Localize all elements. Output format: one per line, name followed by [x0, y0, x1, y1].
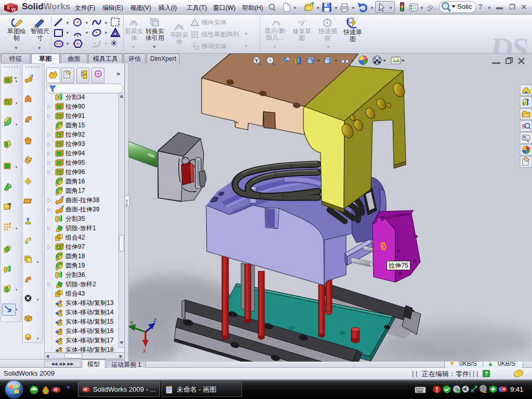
svg-text:实体-移动/复制17: 实体-移动/复制17: [65, 337, 114, 344]
svg-text:▾: ▾: [37, 260, 39, 264]
svg-text:▾: ▾: [16, 288, 18, 291]
svg-text:拉伸96: 拉伸96: [65, 168, 85, 176]
svg-text:拉伸97: 拉伸97: [65, 243, 85, 250]
svg-text:▾: ▾: [16, 79, 18, 83]
svg-text:▾: ▾: [16, 101, 18, 105]
svg-text:W: W: [11, 7, 16, 12]
svg-text:拉伸94: 拉伸94: [65, 150, 85, 157]
svg-text:▾: ▾: [16, 123, 18, 126]
svg-text:圆角19: 圆角19: [65, 262, 85, 269]
svg-text:SW: SW: [54, 389, 58, 392]
svg-text:拉伸92: 拉伸92: [65, 131, 85, 138]
svg-text:曲面-拉伸38: 曲面-拉伸38: [65, 196, 100, 204]
svg-text:切除-放样1: 切除-放样1: [65, 224, 96, 232]
svg-text:Z: Z: [153, 317, 157, 324]
svg-text:X: X: [143, 348, 147, 354]
svg-text:拉伸93: 拉伸93: [65, 140, 85, 148]
svg-text:组合42: 组合42: [65, 234, 85, 241]
svg-text:S: S: [7, 5, 10, 10]
svg-text:曲面-拉伸39: 曲面-拉伸39: [65, 206, 100, 213]
svg-text:+/: +/: [297, 19, 302, 25]
svg-text:切除-放样2: 切除-放样2: [65, 281, 96, 288]
svg-text:圆角16: 圆角16: [65, 178, 85, 185]
svg-text:SW: SW: [83, 389, 87, 391]
svg-text:圆角17: 圆角17: [65, 187, 85, 194]
svg-text:圆角18: 圆角18: [65, 252, 85, 260]
svg-text:实体-移动/复制16: 实体-移动/复制16: [65, 327, 114, 335]
svg-text:»: »: [116, 70, 120, 77]
svg-text:组合43: 组合43: [65, 290, 85, 297]
svg-text:!: !: [194, 21, 195, 26]
svg-text:拉伸90: 拉伸90: [65, 103, 85, 110]
svg-text:分割34: 分割34: [65, 94, 85, 101]
svg-text:分割36: 分割36: [65, 271, 85, 278]
svg-text:实体-移动/复制15: 实体-移动/复制15: [65, 318, 114, 325]
svg-text:分割35: 分割35: [65, 215, 85, 222]
svg-text:▾: ▾: [37, 298, 39, 301]
svg-text:▾: ▾: [37, 337, 39, 340]
svg-text:Y: Y: [130, 320, 134, 326]
svg-text:圆角15: 圆角15: [65, 122, 85, 129]
svg-text:▾: ▾: [16, 227, 18, 230]
svg-text:▾: ▾: [16, 165, 18, 169]
svg-text:拉伸95: 拉伸95: [65, 159, 85, 166]
svg-text:拉伸91: 拉伸91: [65, 112, 85, 119]
svg-text:实体-移动/复制14: 实体-移动/复制14: [65, 309, 114, 316]
svg-text:实体-移动/复制13: 实体-移动/复制13: [65, 299, 114, 307]
svg-text:▾: ▾: [16, 308, 18, 311]
